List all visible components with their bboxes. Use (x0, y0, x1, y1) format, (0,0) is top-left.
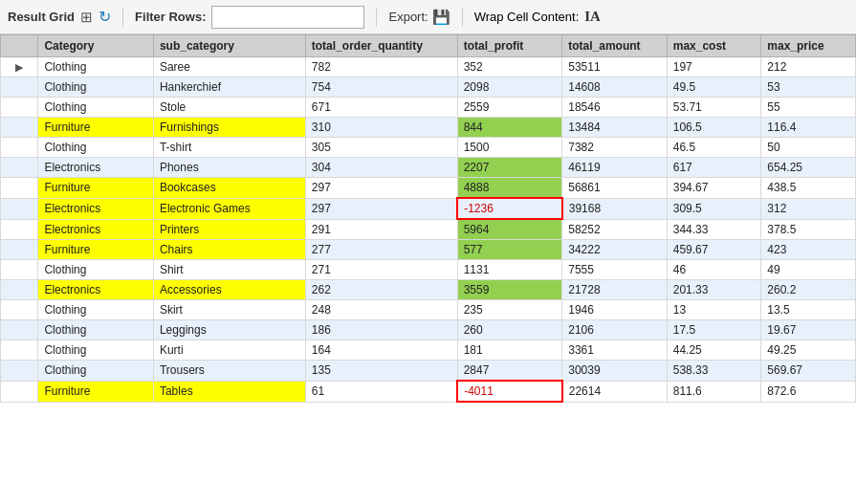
row-marker (1, 158, 38, 178)
row-marker (1, 219, 38, 240)
cell-sub-category: T-shirt (153, 138, 305, 158)
cell-sub-category: Furnishings (153, 118, 305, 138)
cell-total-order-quantity: 248 (305, 300, 457, 320)
cell-category: Clothing (38, 340, 154, 361)
cell-total-order-quantity: 297 (305, 178, 457, 199)
wrap-cell-icon[interactable]: IA (584, 9, 601, 25)
table-row[interactable]: ElectronicsPhones304220746119617654.25 (1, 158, 856, 178)
cell-category: Clothing (38, 138, 154, 158)
cell-sub-category: Accessories (153, 280, 305, 300)
cell-total-order-quantity: 61 (305, 381, 457, 402)
cell-total-profit: 352 (457, 57, 562, 77)
table-row[interactable]: ClothingT-shirt3051500738246.550 (1, 138, 856, 158)
result-grid-label: Result Grid (8, 10, 75, 24)
col-total-order-quantity[interactable]: total_order_quantity (305, 35, 457, 57)
table-row[interactable]: ClothingStole67125591854653.7155 (1, 98, 856, 118)
table-row[interactable]: FurnitureChairs27757734222459.67423 (1, 240, 856, 260)
cell-total-profit: 1500 (457, 138, 562, 158)
cell-max-cost: 344.33 (667, 219, 761, 240)
grid-icon[interactable]: ⊞ (80, 9, 93, 26)
cell-sub-category: Phones (153, 158, 305, 178)
cell-total-profit: 844 (457, 118, 562, 138)
row-marker (1, 98, 38, 118)
row-marker (1, 300, 38, 320)
cell-total-amount: 7555 (562, 260, 668, 280)
cell-max-price: 872.6 (761, 381, 856, 402)
cell-sub-category: Trousers (153, 361, 305, 382)
cell-total-order-quantity: 310 (305, 118, 457, 138)
filter-input[interactable] (211, 6, 364, 29)
row-marker (1, 198, 38, 219)
table-row[interactable]: ClothingLeggings186260210617.519.67 (1, 320, 856, 340)
cell-total-profit: 5964 (457, 219, 562, 240)
cell-total-amount: 1946 (562, 300, 668, 320)
cell-sub-category: Skirt (153, 300, 305, 320)
cell-total-order-quantity: 297 (305, 198, 457, 219)
cell-total-profit: 2207 (457, 158, 562, 178)
cell-max-cost: 49.5 (667, 77, 761, 98)
cell-total-profit: 577 (457, 240, 562, 260)
refresh-icon[interactable]: ↻ (99, 8, 111, 26)
cell-max-price: 53 (761, 77, 856, 98)
cell-total-profit: 3559 (457, 280, 562, 300)
export-section: Export: 💾 (388, 9, 450, 26)
row-marker (1, 240, 38, 260)
table-row[interactable]: ElectronicsAccessories262355921728201.33… (1, 280, 856, 300)
divider-3 (462, 8, 463, 27)
cell-sub-category: Printers (153, 219, 305, 240)
cell-max-cost: 617 (667, 158, 761, 178)
row-marker (1, 77, 38, 98)
cell-total-amount: 3361 (562, 340, 668, 361)
cell-sub-category: Shirt (153, 260, 305, 280)
cell-max-cost: 811.6 (667, 381, 761, 402)
cell-category: Clothing (38, 57, 154, 77)
table-row[interactable]: ClothingShirt271113175554649 (1, 260, 856, 280)
cell-max-price: 423 (761, 240, 856, 260)
cell-total-profit: -1236 (457, 198, 562, 219)
cell-max-cost: 197 (667, 57, 761, 77)
col-max-price[interactable]: max_price (761, 35, 856, 57)
row-marker (1, 361, 38, 382)
cell-category: Furniture (38, 178, 154, 199)
table-row[interactable]: FurnitureFurnishings31084413484106.5116.… (1, 118, 856, 138)
table-row[interactable]: FurnitureBookcases297488856861394.67438.… (1, 178, 856, 199)
col-sub-category[interactable]: sub_category (153, 35, 305, 57)
cell-sub-category: Electronic Games (153, 198, 305, 219)
cell-total-order-quantity: 271 (305, 260, 457, 280)
table-container: Category sub_category total_order_quanti… (0, 34, 856, 504)
col-total-amount[interactable]: total_amount (562, 35, 668, 57)
cell-max-price: 49 (761, 260, 856, 280)
cell-total-order-quantity: 754 (305, 77, 457, 98)
col-total-profit[interactable]: total_profit (457, 35, 562, 57)
table-row[interactable]: ClothingSkirt24823519461313.5 (1, 300, 856, 320)
cell-total-profit: -4011 (457, 381, 562, 402)
export-icon[interactable]: 💾 (432, 9, 450, 26)
cell-sub-category: Hankerchief (153, 77, 305, 98)
cell-max-cost: 46.5 (667, 138, 761, 158)
table-row[interactable]: ClothingTrousers135284730039538.33569.67 (1, 361, 856, 382)
table-body: ▶ClothingSaree78235253511197212ClothingH… (1, 57, 856, 403)
table-row[interactable]: ▶ClothingSaree78235253511197212 (1, 57, 856, 77)
cell-max-price: 50 (761, 138, 856, 158)
divider-2 (376, 8, 377, 27)
cell-max-price: 260.2 (761, 280, 856, 300)
cell-total-profit: 2847 (457, 361, 562, 382)
cell-max-price: 19.67 (761, 320, 856, 340)
cell-max-cost: 201.33 (667, 280, 761, 300)
filter-rows-label: Filter Rows: (135, 10, 206, 24)
table-row[interactable]: FurnitureTables61-401122614811.6872.6 (1, 381, 856, 402)
cell-max-price: 654.25 (761, 158, 856, 178)
cell-max-cost: 538.33 (667, 361, 761, 382)
row-marker (1, 138, 38, 158)
col-max-cost[interactable]: max_cost (667, 35, 761, 57)
table-row[interactable]: ClothingHankerchief75420981460849.553 (1, 77, 856, 98)
table-row[interactable]: ElectronicsElectronic Games297-123639168… (1, 198, 856, 219)
cell-total-amount: 13484 (562, 118, 668, 138)
cell-total-order-quantity: 305 (305, 138, 457, 158)
cell-total-order-quantity: 186 (305, 320, 457, 340)
table-row[interactable]: ClothingKurti164181336144.2549.25 (1, 340, 856, 361)
cell-max-price: 13.5 (761, 300, 856, 320)
cell-max-price: 49.25 (761, 340, 856, 361)
col-category[interactable]: Category (38, 35, 154, 57)
table-row[interactable]: ElectronicsPrinters291596458252344.33378… (1, 219, 856, 240)
